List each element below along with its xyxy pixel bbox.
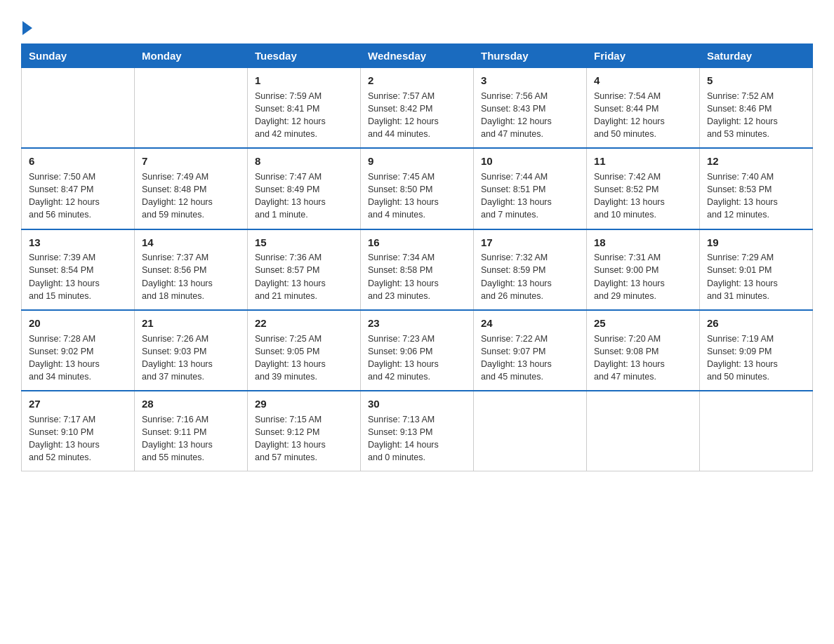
weekday-header-row: SundayMondayTuesdayWednesdayThursdayFrid… (22, 44, 813, 68)
calendar-cell (135, 68, 248, 149)
day-info: Sunrise: 7:29 AMSunset: 9:01 PMDaylight:… (707, 251, 805, 302)
weekday-header-saturday: Saturday (700, 44, 813, 68)
weekday-header-tuesday: Tuesday (248, 44, 361, 68)
calendar-cell: 13Sunrise: 7:39 AMSunset: 8:54 PMDayligh… (22, 229, 135, 310)
day-number: 8 (255, 154, 353, 169)
calendar-cell (587, 391, 700, 471)
day-info: Sunrise: 7:19 AMSunset: 9:09 PMDaylight:… (707, 333, 805, 384)
day-number: 26 (707, 316, 805, 331)
weekday-header-monday: Monday (135, 44, 248, 68)
day-info: Sunrise: 7:22 AMSunset: 9:07 PMDaylight:… (481, 333, 579, 384)
calendar-cell: 21Sunrise: 7:26 AMSunset: 9:03 PMDayligh… (135, 310, 248, 391)
day-info: Sunrise: 7:50 AMSunset: 8:47 PMDaylight:… (29, 170, 127, 222)
day-info: Sunrise: 7:54 AMSunset: 8:44 PMDaylight:… (594, 90, 692, 141)
day-info: Sunrise: 7:17 AMSunset: 9:10 PMDaylight:… (29, 413, 127, 464)
calendar-week-row: 20Sunrise: 7:28 AMSunset: 9:02 PMDayligh… (22, 310, 813, 391)
day-number: 4 (594, 73, 692, 88)
calendar-cell: 20Sunrise: 7:28 AMSunset: 9:02 PMDayligh… (22, 310, 135, 391)
day-info: Sunrise: 7:44 AMSunset: 8:51 PMDaylight:… (481, 170, 579, 222)
calendar-cell: 3Sunrise: 7:56 AMSunset: 8:43 PMDaylight… (474, 68, 587, 149)
day-number: 21 (142, 316, 240, 331)
day-info: Sunrise: 7:13 AMSunset: 9:13 PMDaylight:… (368, 413, 466, 464)
calendar-cell: 22Sunrise: 7:25 AMSunset: 9:05 PMDayligh… (248, 310, 361, 391)
logo-arrow-icon (22, 21, 32, 35)
day-number: 19 (707, 235, 805, 250)
day-info: Sunrise: 7:20 AMSunset: 9:08 PMDaylight:… (594, 333, 692, 384)
day-number: 25 (594, 316, 692, 331)
calendar-cell: 14Sunrise: 7:37 AMSunset: 8:56 PMDayligh… (135, 229, 248, 310)
calendar-cell: 26Sunrise: 7:19 AMSunset: 9:09 PMDayligh… (700, 310, 813, 391)
day-number: 14 (142, 235, 240, 250)
day-info: Sunrise: 7:40 AMSunset: 8:53 PMDaylight:… (707, 170, 805, 222)
day-number: 17 (481, 235, 579, 250)
calendar-cell: 24Sunrise: 7:22 AMSunset: 9:07 PMDayligh… (474, 310, 587, 391)
day-number: 5 (707, 73, 805, 88)
calendar-cell: 1Sunrise: 7:59 AMSunset: 8:41 PMDaylight… (248, 68, 361, 149)
day-number: 23 (368, 316, 466, 331)
day-number: 28 (142, 396, 240, 412)
calendar-cell (22, 68, 135, 149)
day-info: Sunrise: 7:15 AMSunset: 9:12 PMDaylight:… (255, 413, 353, 464)
day-info: Sunrise: 7:49 AMSunset: 8:48 PMDaylight:… (142, 170, 240, 222)
calendar-cell: 25Sunrise: 7:20 AMSunset: 9:08 PMDayligh… (587, 310, 700, 391)
day-info: Sunrise: 7:45 AMSunset: 8:50 PMDaylight:… (368, 170, 466, 222)
day-info: Sunrise: 7:52 AMSunset: 8:46 PMDaylight:… (707, 90, 805, 141)
day-number: 24 (481, 316, 579, 331)
day-info: Sunrise: 7:39 AMSunset: 8:54 PMDaylight:… (29, 251, 127, 302)
weekday-header-wednesday: Wednesday (361, 44, 474, 68)
day-number: 10 (481, 154, 579, 169)
day-number: 18 (594, 235, 692, 250)
day-info: Sunrise: 7:56 AMSunset: 8:43 PMDaylight:… (481, 90, 579, 141)
calendar-cell: 30Sunrise: 7:13 AMSunset: 9:13 PMDayligh… (361, 391, 474, 471)
day-info: Sunrise: 7:16 AMSunset: 9:11 PMDaylight:… (142, 413, 240, 464)
day-info: Sunrise: 7:23 AMSunset: 9:06 PMDaylight:… (368, 333, 466, 384)
calendar-cell: 28Sunrise: 7:16 AMSunset: 9:11 PMDayligh… (135, 391, 248, 471)
day-number: 27 (29, 396, 127, 412)
calendar-cell: 2Sunrise: 7:57 AMSunset: 8:42 PMDaylight… (361, 68, 474, 149)
day-info: Sunrise: 7:47 AMSunset: 8:49 PMDaylight:… (255, 170, 353, 222)
calendar-cell: 8Sunrise: 7:47 AMSunset: 8:49 PMDaylight… (248, 148, 361, 229)
day-number: 11 (594, 154, 692, 169)
day-number: 3 (481, 73, 579, 88)
logo (21, 21, 32, 36)
calendar-cell: 11Sunrise: 7:42 AMSunset: 8:52 PMDayligh… (587, 148, 700, 229)
calendar-cell: 9Sunrise: 7:45 AMSunset: 8:50 PMDaylight… (361, 148, 474, 229)
day-info: Sunrise: 7:34 AMSunset: 8:58 PMDaylight:… (368, 251, 466, 302)
day-number: 30 (368, 396, 466, 412)
day-info: Sunrise: 7:37 AMSunset: 8:56 PMDaylight:… (142, 251, 240, 302)
page-header (21, 14, 813, 36)
day-info: Sunrise: 7:28 AMSunset: 9:02 PMDaylight:… (29, 333, 127, 384)
day-number: 29 (255, 396, 353, 412)
calendar-cell: 17Sunrise: 7:32 AMSunset: 8:59 PMDayligh… (474, 229, 587, 310)
calendar-cell: 18Sunrise: 7:31 AMSunset: 9:00 PMDayligh… (587, 229, 700, 310)
weekday-header-thursday: Thursday (474, 44, 587, 68)
calendar-cell: 23Sunrise: 7:23 AMSunset: 9:06 PMDayligh… (361, 310, 474, 391)
calendar-cell: 5Sunrise: 7:52 AMSunset: 8:46 PMDaylight… (700, 68, 813, 149)
calendar-cell: 7Sunrise: 7:49 AMSunset: 8:48 PMDaylight… (135, 148, 248, 229)
calendar-cell: 6Sunrise: 7:50 AMSunset: 8:47 PMDaylight… (22, 148, 135, 229)
day-number: 15 (255, 235, 353, 250)
calendar-cell (700, 391, 813, 471)
calendar-cell: 12Sunrise: 7:40 AMSunset: 8:53 PMDayligh… (700, 148, 813, 229)
calendar-cell: 27Sunrise: 7:17 AMSunset: 9:10 PMDayligh… (22, 391, 135, 471)
day-number: 1 (255, 73, 353, 88)
day-info: Sunrise: 7:57 AMSunset: 8:42 PMDaylight:… (368, 90, 466, 141)
day-number: 7 (142, 154, 240, 169)
calendar-week-row: 1Sunrise: 7:59 AMSunset: 8:41 PMDaylight… (22, 68, 813, 149)
day-number: 22 (255, 316, 353, 331)
weekday-header-sunday: Sunday (22, 44, 135, 68)
calendar-cell: 16Sunrise: 7:34 AMSunset: 8:58 PMDayligh… (361, 229, 474, 310)
day-number: 12 (707, 154, 805, 169)
day-number: 2 (368, 73, 466, 88)
calendar-cell: 19Sunrise: 7:29 AMSunset: 9:01 PMDayligh… (700, 229, 813, 310)
day-info: Sunrise: 7:32 AMSunset: 8:59 PMDaylight:… (481, 251, 579, 302)
day-number: 20 (29, 316, 127, 331)
calendar-cell: 29Sunrise: 7:15 AMSunset: 9:12 PMDayligh… (248, 391, 361, 471)
day-number: 6 (29, 154, 127, 169)
calendar-cell: 10Sunrise: 7:44 AMSunset: 8:51 PMDayligh… (474, 148, 587, 229)
calendar-cell (474, 391, 587, 471)
calendar-week-row: 6Sunrise: 7:50 AMSunset: 8:47 PMDaylight… (22, 148, 813, 229)
calendar-week-row: 27Sunrise: 7:17 AMSunset: 9:10 PMDayligh… (22, 391, 813, 471)
day-number: 13 (29, 235, 127, 250)
day-info: Sunrise: 7:25 AMSunset: 9:05 PMDaylight:… (255, 333, 353, 384)
